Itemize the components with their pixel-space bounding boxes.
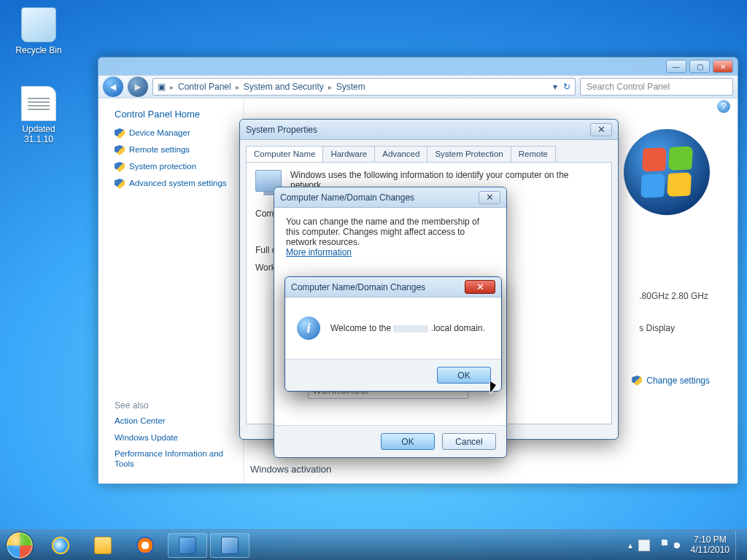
- sidebar-link-remote-settings[interactable]: Remote settings: [115, 145, 243, 155]
- sidebar-link-device-manager[interactable]: Device Manager: [115, 128, 243, 139]
- close-button[interactable]: ✕: [465, 280, 495, 294]
- taskbar-ie[interactable]: [41, 533, 80, 558]
- text-file-icon: [21, 86, 56, 121]
- tab-hardware[interactable]: Hardware: [322, 146, 375, 162]
- seealso-heading: See also: [115, 400, 243, 411]
- network-icon[interactable]: [656, 540, 667, 551]
- cancel-button[interactable]: Cancel: [442, 433, 496, 450]
- desktop-icon-text-file[interactable]: Updated 31.1.10: [9, 86, 68, 144]
- maximize-button[interactable]: ▢: [689, 60, 710, 73]
- tab-remote[interactable]: Remote: [511, 146, 556, 162]
- search-input[interactable]: Search Control Panel: [580, 78, 733, 96]
- close-button[interactable]: ✕: [479, 191, 500, 204]
- explorer-titlebar[interactable]: — ▢ ✕: [98, 58, 738, 75]
- seealso-performance-info[interactable]: Performance Information and Tools: [115, 449, 231, 470]
- dialog-titlebar[interactable]: System Properties ✕: [240, 120, 618, 140]
- nav-forward-button[interactable]: ►: [128, 77, 148, 97]
- taskbar-explorer[interactable]: [83, 533, 123, 558]
- dialog-titlebar[interactable]: Computer Name/Domain Changes ✕: [274, 187, 506, 208]
- windows-activation-heading: Windows activation: [250, 464, 331, 475]
- app-icon: [179, 537, 196, 554]
- folder-icon: [94, 537, 112, 554]
- dialog-title: Computer Name/Domain Changes: [280, 192, 414, 203]
- show-hidden-icons[interactable]: ▴: [628, 540, 632, 551]
- breadcrumb-item[interactable]: System: [336, 82, 365, 92]
- shield-icon: [115, 145, 125, 155]
- close-button[interactable]: ✕: [590, 123, 612, 136]
- domain-desc: You can change the name and the membersh…: [286, 217, 495, 247]
- recycle-bin-icon: [21, 7, 56, 42]
- taskbar-app-active-1[interactable]: [168, 533, 207, 558]
- refresh-icon[interactable]: ↻: [563, 82, 570, 92]
- taskbar: ▴ 7:10 PM 4/11/2010: [0, 529, 747, 560]
- clock[interactable]: 7:10 PM 4/11/2010: [691, 535, 729, 556]
- breadcrumb-item[interactable]: Control Panel: [178, 82, 231, 92]
- sidebar-link-system-protection[interactable]: System protection: [115, 162, 243, 172]
- sidebar-link-advanced-settings[interactable]: Advanced system settings: [115, 179, 243, 189]
- breadcrumb[interactable]: ▣ ▸ Control Panel ▸ System and Security …: [152, 78, 576, 96]
- ok-button[interactable]: OK: [437, 367, 491, 384]
- shield-icon: [115, 179, 125, 189]
- desktop-icon-recycle-bin[interactable]: Recycle Bin: [9, 7, 68, 55]
- sidebar-heading[interactable]: Control Panel Home: [115, 109, 243, 120]
- shield-icon: [115, 162, 125, 172]
- clock-time: 7:10 PM: [691, 535, 729, 545]
- control-panel-sidebar: Control Panel Home Device Manager Remote…: [98, 98, 244, 483]
- system-tray: ▴ 7:10 PM 4/11/2010: [628, 530, 741, 561]
- app-icon: [221, 537, 239, 554]
- dialog-titlebar[interactable]: Computer Name/Domain Changes ✕: [285, 277, 501, 298]
- tab-system-protection[interactable]: System Protection: [427, 146, 511, 162]
- explorer-navbar: ◄ ► ▣ ▸ Control Panel ▸ System and Secur…: [98, 75, 738, 98]
- show-desktop-button[interactable]: [735, 530, 741, 561]
- start-button[interactable]: [6, 532, 34, 559]
- dialog-title: System Properties: [246, 125, 317, 135]
- change-settings-link[interactable]: Change settings: [632, 376, 710, 386]
- minimize-button[interactable]: —: [666, 60, 686, 73]
- desktop-icon-label: Recycle Bin: [9, 45, 68, 55]
- taskbar-media-player[interactable]: [125, 533, 165, 558]
- shield-icon: [632, 376, 642, 386]
- ie-icon: [50, 534, 71, 556]
- desktop-icon-label: Updated 31.1.10: [9, 124, 68, 144]
- shield-icon: [115, 128, 125, 139]
- nav-back-button[interactable]: ◄: [103, 77, 123, 97]
- search-placeholder: Search Control Panel: [587, 82, 670, 92]
- seealso-action-center[interactable]: Action Center: [115, 416, 243, 427]
- taskbar-app-active-2[interactable]: [210, 533, 249, 558]
- dialog-title: Computer Name/Domain Changes: [291, 282, 425, 292]
- close-button[interactable]: ✕: [713, 60, 733, 73]
- welcome-message: Welcome to the .local domain.: [330, 323, 485, 333]
- info-icon: i: [297, 316, 320, 340]
- tabstrip: Computer Name Hardware Advanced System P…: [246, 146, 612, 162]
- address-dropdown-icon[interactable]: ▾: [553, 82, 557, 92]
- windows-logo-icon: [624, 129, 710, 215]
- media-player-icon: [136, 537, 154, 554]
- control-panel-icon: ▣: [158, 82, 166, 92]
- more-information-link[interactable]: More information: [286, 247, 352, 257]
- tab-computer-name[interactable]: Computer Name: [246, 146, 323, 162]
- clock-date: 4/11/2010: [691, 545, 729, 556]
- display-label: s Display: [639, 323, 708, 333]
- seealso-windows-update[interactable]: Windows Update: [115, 433, 243, 443]
- ok-button[interactable]: OK: [381, 433, 435, 450]
- welcome-dialog: Computer Name/Domain Changes ✕ i Welcome…: [285, 276, 502, 392]
- speaker-icon[interactable]: [673, 540, 685, 551]
- cpu-label: .80GHz 2.80 GHz: [639, 291, 708, 301]
- tab-advanced[interactable]: Advanced: [374, 146, 427, 162]
- redacted-domain: [393, 325, 428, 332]
- action-center-icon[interactable]: [638, 540, 650, 551]
- breadcrumb-item[interactable]: System and Security: [244, 82, 324, 92]
